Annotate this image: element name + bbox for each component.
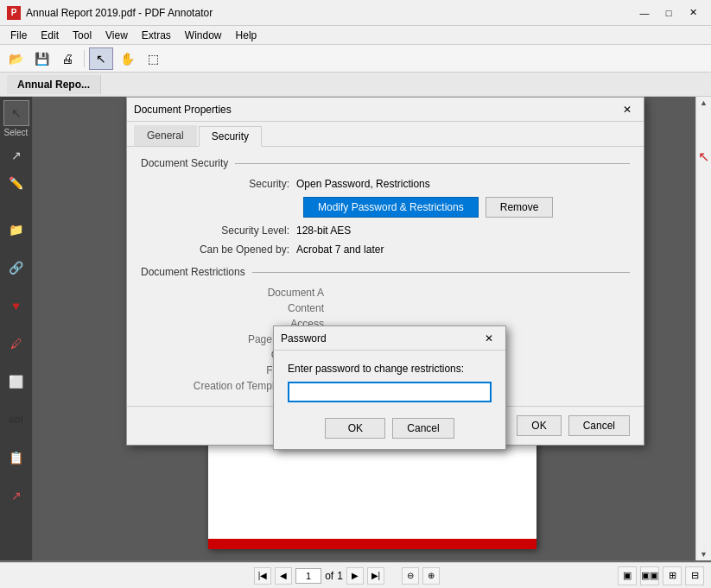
pdf-page-bottom-bar xyxy=(208,539,536,549)
cursor-indicator: ↖ xyxy=(698,149,709,165)
security-value: Open Password, Restrictions xyxy=(296,178,430,190)
toolbar-open-btn[interactable]: 📂 xyxy=(3,47,28,70)
password-input[interactable] xyxy=(288,382,492,402)
view-grid-btn[interactable]: ⊞ xyxy=(663,566,682,585)
document-tab-bar: Annual Repo... xyxy=(0,73,711,97)
dialog-ok-button[interactable]: OK xyxy=(517,415,561,436)
dialog-titlebar: Document Properties ✕ xyxy=(127,98,644,122)
password-titlebar: Password ✕ xyxy=(274,326,505,351)
tab-general[interactable]: General xyxy=(134,125,197,146)
password-ok-button[interactable]: OK xyxy=(325,418,385,439)
content-label: Content xyxy=(141,302,331,314)
main-layout: ↖ Select ↗ ✏️ 📁 🔗 ♥ 🖊 ⬜ abl 📋 ↗ ▲ xyxy=(0,97,711,560)
sidebar-tool-pencil2[interactable]: ↗ xyxy=(3,483,29,509)
current-page-input[interactable] xyxy=(295,568,321,584)
statusbar: |◀ ◀ of 1 ▶ ▶| ⊖ ⊕ ▣ ▣▣ ⊞ ⊟ xyxy=(0,562,711,588)
security-label: Security: xyxy=(141,178,296,190)
menu-help[interactable]: Help xyxy=(229,28,264,43)
prev-page-button[interactable]: ◀ xyxy=(275,567,292,585)
select-tool[interactable]: ↖ xyxy=(3,100,29,126)
toolbar-save-btn[interactable]: 💾 xyxy=(29,47,54,70)
view-double-btn[interactable]: ▣▣ xyxy=(640,566,659,585)
doc-annotations-row: Document A xyxy=(141,287,630,299)
select-label: Select xyxy=(4,128,29,137)
statusbar-right: ▣ ▣▣ ⊞ ⊟ xyxy=(618,566,704,585)
toolbar-hand-btn[interactable]: ✋ xyxy=(115,47,139,70)
dialog-tabs: General Security xyxy=(127,122,644,147)
password-cancel-button[interactable]: Cancel xyxy=(392,418,454,439)
scrollbar-right[interactable]: ▲ ▼ xyxy=(695,97,711,560)
minimize-button[interactable]: — xyxy=(633,3,656,22)
titlebar-left: P Annual Report 2019.pdf - PDF Annotator xyxy=(7,6,213,20)
remove-button[interactable]: Remove xyxy=(486,197,554,218)
last-page-button[interactable]: ▶| xyxy=(367,567,384,585)
statusbar-nav: |◀ ◀ of 1 ▶ ▶| ⊖ ⊕ xyxy=(76,567,618,585)
sidebar-tool-stamp[interactable]: 📋 xyxy=(3,445,29,471)
can-be-opened-label: Can be Opened by: xyxy=(141,243,296,256)
sidebar-tool-text[interactable]: abl xyxy=(3,407,29,433)
menu-tool[interactable]: Tool xyxy=(66,28,98,43)
password-dialog-title: Password xyxy=(281,332,327,345)
toolbar-print-btn[interactable]: 🖨 xyxy=(55,47,79,70)
password-buttons: OK Cancel xyxy=(274,411,505,449)
menu-file[interactable]: File xyxy=(3,28,34,43)
password-close-button[interactable]: ✕ xyxy=(479,330,498,347)
first-page-button[interactable]: |◀ xyxy=(254,567,271,585)
password-dialog: Password ✕ Enter password to change rest… xyxy=(273,326,506,450)
zoom-in-button[interactable]: ⊕ xyxy=(422,567,440,585)
sidebar-tool-cursor[interactable]: ↗ xyxy=(3,142,29,168)
toolbar-sep-1 xyxy=(84,50,85,67)
app-titlebar: P Annual Report 2019.pdf - PDF Annotator… xyxy=(0,0,711,26)
section-document-security: Document Security xyxy=(141,157,630,169)
modify-password-button[interactable]: Modify Password & Restrictions xyxy=(303,197,479,218)
scroll-up-btn[interactable]: ▲ xyxy=(700,98,708,107)
security-level-row: Security Level: 128-bit AES xyxy=(141,224,630,237)
sidebar-tool-marker[interactable]: 🖊 xyxy=(3,331,29,357)
menubar: File Edit Tool View Extras Window Help xyxy=(0,26,711,45)
app-title: Annual Report 2019.pdf - PDF Annotator xyxy=(26,7,213,19)
zoom-out-button[interactable]: ⊖ xyxy=(402,567,419,585)
scroll-down-area: ▼ xyxy=(700,107,708,560)
toolbar: 📂 💾 🖨 ↖ ✋ ⬚ xyxy=(0,45,711,73)
sidebar: ↖ Select ↗ ✏️ 📁 🔗 ♥ 🖊 ⬜ abl 📋 ↗ xyxy=(0,97,33,560)
content-area: ▲ ▼ ↖ Document Properties ✕ General Secu… xyxy=(33,97,711,560)
dialog-cancel-button[interactable]: Cancel xyxy=(568,415,630,436)
can-be-opened-row: Can be Opened by: Acrobat 7 and later xyxy=(141,243,630,256)
section-doc-restrictions: Document Restrictions xyxy=(141,266,630,278)
app-icon: P xyxy=(7,6,21,20)
view-options-btn[interactable]: ⊟ xyxy=(685,566,704,585)
page-of-label: of xyxy=(325,570,333,582)
password-content: Enter password to change restrictions: xyxy=(274,351,505,411)
security-level-label: Security Level: xyxy=(141,224,296,237)
titlebar-controls: — □ ✕ xyxy=(633,3,704,22)
view-single-btn[interactable]: ▣ xyxy=(618,566,637,585)
close-button[interactable]: ✕ xyxy=(682,3,704,22)
dialog-title: Document Properties xyxy=(134,104,232,116)
toolbar-select-btn[interactable]: ⬚ xyxy=(141,47,165,70)
modify-btn-row: Modify Password & Restrictions Remove xyxy=(303,197,630,218)
security-field-row: Security: Open Password, Restrictions xyxy=(141,178,630,190)
maximize-button[interactable]: □ xyxy=(657,3,680,22)
menu-window[interactable]: Window xyxy=(178,28,229,43)
sidebar-tool-eraser[interactable]: ⬜ xyxy=(3,369,29,395)
menu-view[interactable]: View xyxy=(98,28,135,43)
dialog-close-button[interactable]: ✕ xyxy=(618,101,637,118)
password-prompt: Enter password to change restrictions: xyxy=(288,363,492,375)
menu-extras[interactable]: Extras xyxy=(135,28,178,43)
select-tool-group: ↖ Select xyxy=(3,100,29,137)
can-be-opened-value: Acrobat 7 and later xyxy=(296,243,384,256)
total-pages-label: 1 xyxy=(337,570,343,582)
toolbar-cursor-btn[interactable]: ↖ xyxy=(89,47,113,70)
sidebar-tool-folder[interactable]: 📁 xyxy=(3,217,29,243)
next-page-button[interactable]: ▶ xyxy=(346,567,364,585)
doc-annotations-label: Document A xyxy=(141,287,331,299)
document-tab[interactable]: Annual Repo... xyxy=(7,75,101,94)
sidebar-tool-pen[interactable]: ✏️ xyxy=(3,170,29,196)
content-row: Content xyxy=(141,302,630,314)
menu-edit[interactable]: Edit xyxy=(34,28,66,43)
security-level-value: 128-bit AES xyxy=(296,224,351,237)
sidebar-tool-link[interactable]: 🔗 xyxy=(3,255,29,281)
scroll-down-btn[interactable]: ▼ xyxy=(700,550,708,559)
tab-security[interactable]: Security xyxy=(199,126,262,147)
sidebar-tool-heart[interactable]: ♥ xyxy=(3,293,29,319)
